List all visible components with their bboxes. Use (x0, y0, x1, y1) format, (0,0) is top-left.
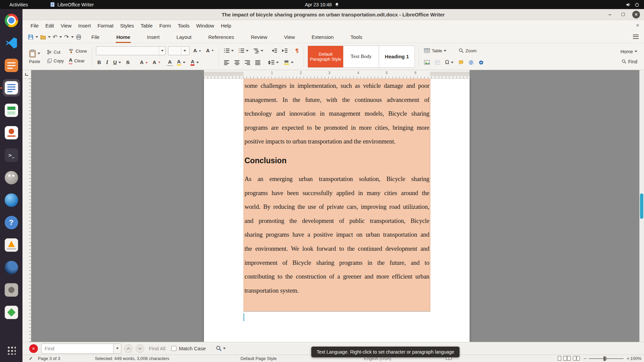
dock-text-editor-icon[interactable] (3, 57, 20, 74)
open-dropdown-caret[interactable] (48, 36, 51, 38)
increase-font-size-button[interactable]: A (192, 47, 202, 54)
decrease-font-size-button[interactable]: A (205, 47, 215, 54)
find-and-replace-button[interactable] (216, 345, 226, 352)
insert-image-button[interactable] (423, 59, 431, 65)
strikethrough-button[interactable]: S (125, 59, 131, 66)
paragraph-background-button[interactable] (282, 59, 295, 66)
menu-insert[interactable]: Insert (75, 21, 94, 30)
find-next-button[interactable] (136, 344, 144, 353)
dock-browser-app-icon[interactable] (3, 259, 20, 276)
zoom-in-button[interactable]: + (626, 356, 630, 361)
font-color-button[interactable]: A (189, 58, 201, 67)
track-changes-button[interactable] (477, 59, 485, 66)
dock-vlc-icon[interactable] (3, 236, 20, 254)
dock-software-store-icon[interactable] (3, 304, 20, 321)
insert-hyperlink-button[interactable] (467, 59, 475, 66)
align-left-button[interactable] (223, 59, 231, 66)
highlight-color-button[interactable]: A (175, 58, 187, 67)
menu-table[interactable]: Table (137, 21, 156, 30)
justify-button[interactable] (254, 59, 262, 66)
find-all-button[interactable]: Find All (149, 346, 165, 351)
numbered-list-button[interactable] (237, 47, 250, 54)
paragraph-background-caret[interactable] (291, 62, 293, 63)
zoom-button[interactable]: Zoom (457, 47, 478, 54)
style-default-paragraph[interactable]: Default Paragraph Style (308, 46, 343, 67)
cut-button[interactable]: Cut (46, 49, 65, 55)
home-menu-caret[interactable] (635, 51, 637, 52)
find-input[interactable] (41, 344, 113, 354)
font-size-dropdown[interactable] (181, 47, 188, 55)
underline-button[interactable]: U (112, 59, 122, 66)
style-text-body[interactable]: Text Body (343, 46, 379, 67)
undo-button[interactable]: ↶ (52, 34, 58, 40)
clock-menu[interactable]: Apr 23 10:48 (305, 2, 339, 7)
tab-tools[interactable]: Tools (350, 31, 363, 43)
activities-button[interactable]: Activities (7, 1, 31, 8)
hamburger-menu-icon[interactable] (633, 35, 639, 39)
tab-file[interactable]: File (91, 31, 100, 43)
window-titlebar[interactable]: The impact of bicycle sharing programs o… (22, 9, 644, 20)
menu-form[interactable]: Form (156, 21, 174, 30)
font-size-combo[interactable] (168, 46, 190, 55)
zoom-out-button[interactable]: − (583, 356, 587, 361)
save-button[interactable] (27, 34, 34, 40)
menu-file[interactable]: File (27, 21, 42, 30)
dock-chrome-icon[interactable] (3, 12, 20, 29)
focused-app-indicator[interactable]: LibreOffice Writer (50, 2, 94, 7)
dock-gimp-icon[interactable] (3, 169, 20, 186)
print-button[interactable] (75, 34, 82, 40)
tab-home[interactable]: Home (116, 31, 131, 43)
font-size-input[interactable] (168, 47, 181, 55)
menu-styles[interactable]: Styles (117, 21, 137, 30)
menu-tools[interactable]: Tools (174, 21, 193, 30)
paste-button[interactable]: Paste (26, 48, 43, 65)
numbered-list-caret[interactable] (246, 50, 249, 52)
find-previous-button[interactable] (124, 344, 133, 353)
dock-vscode-icon[interactable] (3, 34, 20, 52)
single-page-view-button[interactable] (558, 356, 561, 361)
line-spacing-button[interactable]: ↶ (268, 59, 280, 66)
formatting-marks-button[interactable]: ¶ (294, 47, 300, 55)
close-document-icon[interactable]: × (636, 22, 639, 29)
dock-terminal-icon[interactable]: >_ (3, 146, 20, 164)
insert-frame-button[interactable] (434, 60, 441, 65)
tab-layout[interactable]: Layout (176, 31, 192, 43)
dock-firefox-icon[interactable] (3, 191, 20, 209)
show-applications-button[interactable] (3, 341, 20, 359)
subscript-button[interactable]: A (151, 59, 162, 66)
tab-references[interactable]: References (208, 31, 235, 43)
match-case-option[interactable]: Match Case (171, 346, 206, 351)
insert-table-button[interactable]: Table (423, 48, 448, 54)
tab-stop-icon[interactable] (25, 73, 28, 76)
special-character-caret[interactable] (451, 62, 453, 63)
find-replace-caret[interactable] (223, 348, 226, 349)
close-button[interactable]: × (632, 11, 640, 18)
bullet-list-caret[interactable] (231, 50, 234, 52)
table-caret[interactable] (444, 50, 446, 52)
decrease-indent-button[interactable] (270, 47, 278, 54)
close-find-bar-button[interactable]: × (29, 344, 38, 353)
clone-formatting-button[interactable]: Clone (67, 48, 88, 54)
undo-dropdown-caret[interactable] (59, 36, 62, 38)
menu-help[interactable]: Help (217, 21, 234, 30)
align-center-button[interactable] (233, 59, 241, 66)
find-history-dropdown[interactable] (113, 344, 121, 354)
menu-view[interactable]: View (57, 21, 75, 30)
dock-help-icon[interactable]: ? (3, 214, 20, 231)
outline-list-button[interactable] (252, 47, 265, 54)
zoom-level-status[interactable]: 100% (630, 356, 641, 361)
bullet-list-button[interactable] (223, 47, 235, 54)
dock-settings-icon[interactable] (3, 281, 20, 299)
edit-mode-icon[interactable] (29, 356, 33, 362)
special-character-button[interactable]: Ω (444, 59, 454, 66)
font-name-dropdown[interactable] (159, 47, 166, 55)
menu-edit[interactable]: Edit (42, 21, 57, 30)
book-page-view-button[interactable] (573, 356, 580, 361)
menu-format[interactable]: Format (94, 21, 117, 30)
superscript-button[interactable]: A (139, 59, 149, 66)
font-color-dropdown-caret[interactable] (196, 62, 199, 63)
increase-indent-button[interactable] (281, 47, 289, 54)
highlight-dropdown-caret[interactable] (183, 62, 185, 63)
word-count-status[interactable]: Selected: 449 words, 3,006 characters (95, 356, 169, 361)
line-spacing-caret[interactable] (276, 62, 279, 63)
